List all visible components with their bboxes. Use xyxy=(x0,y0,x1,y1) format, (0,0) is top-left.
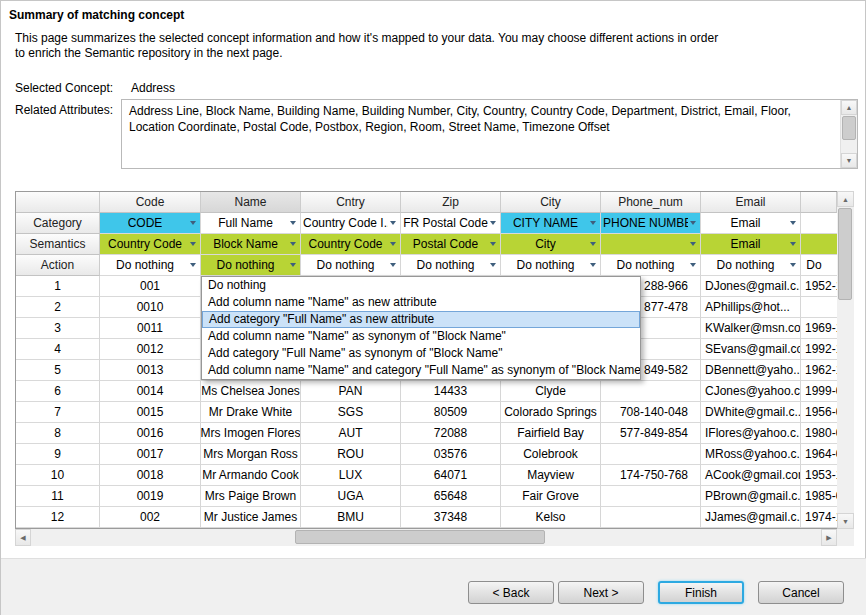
category-dropdown-name[interactable]: Full Name xyxy=(201,213,301,234)
cell-name: Mrs Imogen Flores xyxy=(201,423,301,444)
wizard-dialog: Summary of matching concept This page su… xyxy=(0,0,866,615)
column-header-email[interactable]: Email xyxy=(701,192,801,213)
chevron-down-icon xyxy=(590,242,596,246)
cell-zip: 37348 xyxy=(401,507,501,528)
table-row: 110019Mrs Paige BrownUGA65648Fair GroveP… xyxy=(16,486,837,507)
chevron-down-icon xyxy=(690,263,696,267)
chevron-down-icon xyxy=(290,221,296,225)
next-button[interactable]: Next > xyxy=(558,581,644,604)
column-header-cntry[interactable]: Cntry xyxy=(301,192,401,213)
menu-item[interactable]: Add column name "Name" and category "Ful… xyxy=(202,362,640,379)
cell-city: Fairfield Bay xyxy=(501,423,601,444)
cell-cntry: ROU xyxy=(301,444,401,465)
hscroll-thumb[interactable] xyxy=(295,530,545,544)
scroll-up-icon[interactable]: ▲ xyxy=(841,100,857,115)
mapping-table: CodeNameCntryZipCityPhone_numEmailCatego… xyxy=(15,191,854,547)
action-dropdown-email[interactable]: Do nothing xyxy=(701,255,801,276)
column-header-extra[interactable] xyxy=(801,192,837,213)
semantics-dropdown-email[interactable]: Email xyxy=(701,234,801,255)
cell-name: Mrs Paige Brown xyxy=(201,486,301,507)
scroll-up-icon[interactable]: ▲ xyxy=(837,191,854,207)
chevron-down-icon xyxy=(590,221,596,225)
cell-city: Clyde xyxy=(501,381,601,402)
category-value-code: CODE xyxy=(128,216,163,230)
chevron-down-icon xyxy=(690,242,696,246)
action-dropdown-cntry[interactable]: Do nothing xyxy=(301,255,401,276)
category-row: CategoryCODEFull NameCountry Code I...FR… xyxy=(16,213,837,234)
menu-item[interactable]: Add category "Full Name" as new attribut… xyxy=(202,311,640,328)
cell-extra: 1969-1 xyxy=(801,318,837,339)
action-dropdown-code[interactable]: Do nothing xyxy=(100,255,201,276)
related-attributes-scrollbar[interactable]: ▲ ▼ xyxy=(840,100,857,168)
semantics-dropdown-zip[interactable]: Postal Code xyxy=(401,234,501,255)
semantics-dropdown-code[interactable]: Country Code xyxy=(100,234,201,255)
vscroll-thumb[interactable] xyxy=(838,208,852,300)
finish-button[interactable]: Finish xyxy=(658,581,744,604)
category-value-email: Email xyxy=(730,216,760,230)
action-dropdown-zip[interactable]: Do nothing xyxy=(401,255,501,276)
cell-code: 0018 xyxy=(100,465,201,486)
action-dropdown-name[interactable]: Do nothing xyxy=(201,255,301,276)
category-dropdown-zip[interactable]: FR Postal Code xyxy=(401,213,501,234)
scroll-left-icon[interactable]: ◀ xyxy=(15,529,31,546)
chevron-down-icon xyxy=(490,263,496,267)
category-value-zip: FR Postal Code xyxy=(403,216,488,230)
column-header-rowlabel[interactable] xyxy=(16,192,100,213)
semantics-dropdown-cntry[interactable]: Country Code xyxy=(301,234,401,255)
cell-extra: 1974-1 xyxy=(801,507,837,528)
cell-zip: 64071 xyxy=(401,465,501,486)
cell-cntry: PAN xyxy=(301,381,401,402)
semantics-value-city: City xyxy=(535,237,556,251)
row-number: 1 xyxy=(16,276,100,297)
scrollbar-thumb[interactable] xyxy=(842,116,856,140)
action-dropdown-extra[interactable]: Do xyxy=(801,255,837,276)
semantics-dropdown-city[interactable]: City xyxy=(501,234,601,255)
action-dropdown-city[interactable]: Do nothing xyxy=(501,255,601,276)
table-vscrollbar[interactable]: ▲ ▼ xyxy=(837,191,854,529)
action-dropdown-phone-num[interactable]: Do nothing xyxy=(601,255,701,276)
category-dropdown-city[interactable]: CITY NAME xyxy=(501,213,601,234)
description-line-1: This page summarizes the selected concep… xyxy=(15,31,835,46)
semantics-value-name: Block Name xyxy=(213,237,278,251)
cell-name: Ms Chelsea Jones xyxy=(201,381,301,402)
column-header-phone-num[interactable]: Phone_num xyxy=(601,192,701,213)
scroll-down-icon[interactable]: ▼ xyxy=(841,153,857,168)
semantics-row: SemanticsCountry CodeBlock NameCountry C… xyxy=(16,234,837,255)
table-hscrollbar[interactable]: ◀ ▶ xyxy=(15,529,837,546)
cell-email: JJames@gmail.c... xyxy=(701,507,801,528)
category-dropdown-phone-num[interactable]: PHONE NUMBER xyxy=(601,213,701,234)
selected-concept-label: Selected Concept: xyxy=(15,81,131,95)
scroll-right-icon[interactable]: ▶ xyxy=(821,529,837,546)
cell-code: 0015 xyxy=(100,402,201,423)
column-header-city[interactable]: City xyxy=(501,192,601,213)
menu-item[interactable]: Add column name "Name" as synonym of "Bl… xyxy=(202,328,640,345)
page-title: Summary of matching concept xyxy=(9,8,184,22)
cell-extra: 1985-0 xyxy=(801,486,837,507)
column-header-name[interactable]: Name xyxy=(201,192,301,213)
menu-item[interactable]: Add column name "Name" as new attribute xyxy=(202,294,640,311)
cell-email: PBrown@gmail.c... xyxy=(701,486,801,507)
menu-item[interactable]: Add category "Full Name" as synonym of "… xyxy=(202,345,640,362)
cell-extra xyxy=(801,297,837,318)
category-dropdown-code[interactable]: CODE xyxy=(100,213,201,234)
back-button[interactable]: < Back xyxy=(468,581,554,604)
cancel-button[interactable]: Cancel xyxy=(758,581,844,604)
category-dropdown-cntry[interactable]: Country Code I... xyxy=(301,213,401,234)
menu-item[interactable]: Do nothing xyxy=(202,277,640,294)
column-header-code[interactable]: Code xyxy=(100,192,201,213)
semantics-dropdown-name[interactable]: Block Name xyxy=(201,234,301,255)
cell-extra: 1953-1 xyxy=(801,465,837,486)
cell-city: Kelso xyxy=(501,507,601,528)
cell-zip: 03576 xyxy=(401,444,501,465)
semantics-dropdown-phone-num[interactable] xyxy=(601,234,701,255)
action-row-label: Action xyxy=(16,255,100,276)
category-dropdown-extra[interactable] xyxy=(801,213,837,234)
column-header-zip[interactable]: Zip xyxy=(401,192,501,213)
category-dropdown-email[interactable]: Email xyxy=(701,213,801,234)
scroll-down-icon[interactable]: ▼ xyxy=(837,513,854,529)
semantics-dropdown-extra[interactable] xyxy=(801,234,837,255)
cell-zip: 72088 xyxy=(401,423,501,444)
cell-cntry: UGA xyxy=(301,486,401,507)
cell-phone-num xyxy=(601,507,701,528)
chevron-down-icon xyxy=(290,242,296,246)
